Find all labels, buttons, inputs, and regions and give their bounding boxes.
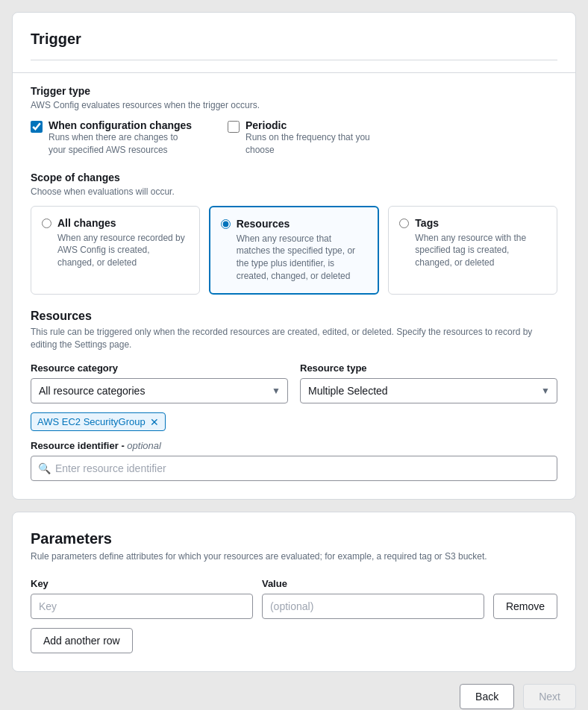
params-value-group: Value bbox=[262, 578, 484, 619]
footer-actions: Back Next bbox=[12, 684, 576, 709]
periodic-checkbox[interactable] bbox=[228, 121, 240, 133]
resources-title: Resources bbox=[31, 310, 557, 323]
tag-remove-icon[interactable]: ✕ bbox=[150, 417, 159, 427]
parameters-desc: Rule parameters define attributes for wh… bbox=[31, 550, 557, 563]
resource-type-group: Resource type Multiple Selected AWS EC2 … bbox=[300, 362, 557, 403]
config-changes-option: When configuration changes Runs when the… bbox=[31, 119, 198, 157]
resource-identifier-group: Resource identifier - optional 🔍 bbox=[31, 440, 557, 481]
parameters-title: Parameters bbox=[31, 530, 557, 547]
scope-tags[interactable]: Tags When any resource with the specifie… bbox=[388, 206, 557, 295]
resource-form-row: Resource category All resource categorie… bbox=[31, 362, 557, 403]
scope-desc: Choose when evaluations will occur. bbox=[31, 186, 557, 197]
resource-type-select[interactable]: Multiple Selected AWS EC2 SecurityGroup bbox=[300, 378, 557, 403]
scope-resources-title: Resources bbox=[237, 218, 368, 230]
resources-section: Resources This rule can be triggered onl… bbox=[31, 310, 557, 482]
resource-identifier-label: Resource identifier - optional bbox=[31, 440, 557, 451]
periodic-option: Periodic Runs on the frequency that you … bbox=[228, 119, 395, 157]
tag-aws-ec2-securitygroup: AWS EC2 SecurityGroup ✕ bbox=[31, 412, 166, 431]
periodic-text: Periodic Runs on the frequency that you … bbox=[245, 119, 395, 157]
config-changes-sublabel: Runs when there are changes to your spec… bbox=[49, 131, 198, 157]
parameters-card: Parameters Rule parameters define attrib… bbox=[12, 512, 576, 672]
config-changes-label: When configuration changes bbox=[49, 119, 198, 131]
resource-type-select-wrapper: Multiple Selected AWS EC2 SecurityGroup … bbox=[300, 378, 557, 403]
scope-tags-desc: When any resource with the specified tag… bbox=[415, 232, 546, 269]
resource-identifier-input[interactable] bbox=[31, 456, 557, 481]
trigger-card: Trigger Trigger type AWS Config evaluate… bbox=[12, 12, 576, 500]
resource-type-label: Resource type bbox=[300, 362, 557, 374]
config-changes-text: When configuration changes Runs when the… bbox=[49, 119, 198, 157]
trigger-type-section: Trigger type AWS Config evaluates resour… bbox=[31, 85, 557, 157]
scope-all-changes-title: All changes bbox=[57, 217, 189, 229]
resource-category-select[interactable]: All resource categories AWS resources Th… bbox=[31, 378, 288, 403]
scope-section: Scope of changes Choose when evaluations… bbox=[31, 172, 557, 295]
scope-all-changes[interactable]: All changes When any resource recorded b… bbox=[31, 206, 200, 295]
search-icon: 🔍 bbox=[38, 462, 51, 474]
trigger-type-desc: AWS Config evaluates resources when the … bbox=[31, 100, 557, 110]
scope-options: All changes When any resource recorded b… bbox=[31, 206, 557, 295]
optional-text: optional bbox=[127, 440, 161, 451]
add-another-row-button[interactable]: Add another row bbox=[31, 628, 133, 653]
resource-identifier-input-wrapper: 🔍 bbox=[31, 456, 557, 481]
scope-all-changes-desc: When any resource recorded by AWS Config… bbox=[57, 232, 189, 269]
resource-category-select-wrapper: All resource categories AWS resources Th… bbox=[31, 378, 288, 403]
scope-tags-radio[interactable] bbox=[399, 219, 409, 228]
scope-resources[interactable]: Resources When any resource that matches… bbox=[209, 206, 380, 295]
scope-resources-radio[interactable] bbox=[221, 219, 231, 229]
resource-category-group: Resource category All resource categorie… bbox=[31, 362, 288, 403]
params-key-group: Key bbox=[31, 578, 253, 619]
scope-all-changes-radio[interactable] bbox=[42, 219, 51, 228]
params-row-1: Key Value Remove bbox=[31, 578, 557, 619]
params-key-label: Key bbox=[31, 578, 253, 589]
scope-tags-title: Tags bbox=[415, 217, 546, 229]
config-changes-checkbox[interactable] bbox=[31, 121, 43, 133]
trigger-type-label: Trigger type bbox=[31, 85, 557, 97]
resource-category-label: Resource category bbox=[31, 362, 288, 374]
remove-button[interactable]: Remove bbox=[493, 594, 557, 619]
tag-label: AWS EC2 SecurityGroup bbox=[37, 416, 146, 427]
back-button[interactable]: Back bbox=[460, 684, 514, 709]
selected-resource-tags: AWS EC2 SecurityGroup ✕ bbox=[31, 412, 557, 431]
scope-resources-desc: When any resource that matches the speci… bbox=[237, 233, 368, 283]
trigger-type-options: When configuration changes Runs when the… bbox=[31, 119, 557, 157]
next-button[interactable]: Next bbox=[523, 684, 576, 709]
params-value-input[interactable] bbox=[262, 594, 484, 619]
scope-label: Scope of changes bbox=[31, 172, 557, 183]
resources-desc: This rule can be triggered only when the… bbox=[31, 326, 557, 351]
trigger-card-title: Trigger bbox=[31, 31, 557, 60]
periodic-sublabel: Runs on the frequency that you choose bbox=[245, 131, 395, 157]
params-value-label: Value bbox=[262, 578, 484, 589]
periodic-label: Periodic bbox=[245, 119, 395, 131]
params-key-input[interactable] bbox=[31, 594, 253, 619]
